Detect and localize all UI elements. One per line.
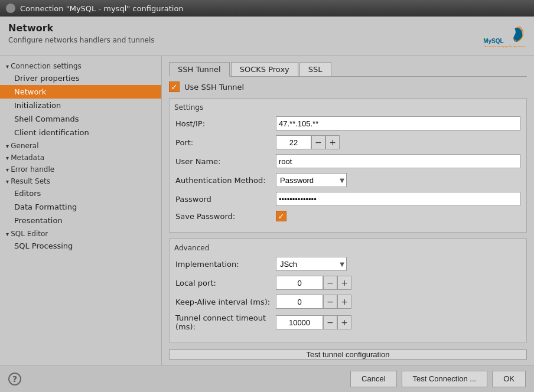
sidebar-section-error-handle[interactable]: Error handle <box>0 163 161 175</box>
implementation-row: Implementation: JSch Native ▼ <box>175 257 520 271</box>
sidebar-section-metadata[interactable]: Metadata <box>0 151 161 163</box>
sidebar: Connection settings Driver properties Ne… <box>0 56 162 365</box>
settings-group: Settings Host/IP: Port: − + <box>169 98 527 233</box>
bottom-bar: ? Cancel Test Connection ... OK <box>0 365 534 392</box>
right-panel: SSH Tunnel SOCKS Proxy SSL Use SSH Tunne… <box>162 56 534 365</box>
ok-button[interactable]: OK <box>492 371 526 387</box>
port-label: Port: <box>175 138 276 147</box>
sidebar-item-presentation[interactable]: Presentation <box>0 214 161 227</box>
username-label: User Name: <box>175 157 276 166</box>
tab-ssl[interactable]: SSL <box>299 62 331 76</box>
keepalive-stepper: − + <box>276 295 351 309</box>
header-subtitle: Configure networks handlers and tunnels <box>8 36 478 44</box>
auth-method-select[interactable]: Password Public Key Agent <box>276 173 347 187</box>
port-row: Port: − + <box>175 135 520 149</box>
local-port-increment-button[interactable]: + <box>337 276 351 290</box>
sidebar-item-client-identification[interactable]: Client identification <box>0 126 161 139</box>
password-input[interactable] <box>276 192 520 206</box>
local-port-input[interactable] <box>276 276 323 290</box>
header-title: Network <box>8 22 478 34</box>
help-icon[interactable]: ? <box>8 373 21 386</box>
main-content: Connection settings Driver properties Ne… <box>0 56 534 365</box>
auth-method-select-wrap: Password Public Key Agent ▼ <box>276 173 347 187</box>
password-row: Password <box>175 192 520 206</box>
implementation-select[interactable]: JSch Native <box>276 257 347 271</box>
tunnel-timeout-input[interactable] <box>276 315 323 329</box>
port-decrement-button[interactable]: − <box>311 135 325 149</box>
mysql-logo-svg: MySQL The world's most popular open sour… <box>481 24 526 51</box>
cancel-button[interactable]: Cancel <box>350 371 396 387</box>
keepalive-row: Keep-Alive interval (ms): − + <box>175 295 520 309</box>
local-port-stepper: − + <box>276 276 351 290</box>
ssh-tunnel-label: Use SSH Tunnel <box>184 83 244 92</box>
tab-bar: SSH Tunnel SOCKS Proxy SSL <box>169 62 527 77</box>
title-bar: Connection "MySQL - mysql" configuration <box>0 0 534 17</box>
sidebar-item-initialization[interactable]: Initialization <box>0 99 161 112</box>
sidebar-item-shell-commands[interactable]: Shell Commands <box>0 112 161 126</box>
tunnel-timeout-label: Tunnel connect timeout (ms): <box>175 313 276 331</box>
password-label: Password <box>175 195 276 204</box>
local-port-decrement-button[interactable]: − <box>323 276 337 290</box>
settings-legend: Settings <box>174 103 520 112</box>
save-password-row: Save Password: <box>175 211 520 221</box>
username-row: User Name: <box>175 154 520 168</box>
bottom-buttons: Cancel Test Connection ... OK <box>350 371 526 387</box>
tunnel-timeout-decrement-button[interactable]: − <box>323 315 337 329</box>
auth-method-label: Authentication Method: <box>175 176 276 185</box>
tunnel-timeout-row: Tunnel connect timeout (ms): − + <box>175 313 520 331</box>
tunnel-timeout-stepper: − + <box>276 315 351 329</box>
tab-socks-proxy[interactable]: SOCKS Proxy <box>231 62 298 76</box>
header-area: Network Configure networks handlers and … <box>0 17 534 56</box>
sidebar-section-sql-editor[interactable]: SQL Editor <box>0 227 161 239</box>
advanced-legend: Advanced <box>174 244 520 252</box>
keepalive-input[interactable] <box>276 295 323 309</box>
tab-ssh-tunnel[interactable]: SSH Tunnel <box>169 62 230 77</box>
svg-text:MySQL: MySQL <box>483 37 503 44</box>
keepalive-label: Keep-Alive interval (ms): <box>175 298 276 306</box>
window-title: Connection "MySQL - mysql" configuration <box>20 4 184 13</box>
username-input[interactable] <box>276 154 520 168</box>
sidebar-item-data-formatting[interactable]: Data Formatting <box>0 200 161 214</box>
implementation-label: Implementation: <box>175 260 276 269</box>
test-tunnel-button[interactable]: Test tunnel configuration <box>169 349 527 360</box>
svg-text:The world's most popular open : The world's most popular open source dat… <box>483 45 526 48</box>
local-port-label: Local port: <box>175 279 276 288</box>
save-password-checkbox[interactable] <box>276 211 286 221</box>
auth-method-row: Authentication Method: Password Public K… <box>175 173 520 187</box>
host-ip-label: Host/IP: <box>175 119 276 128</box>
port-increment-button[interactable]: + <box>325 135 340 149</box>
implementation-select-wrap: JSch Native ▼ <box>276 257 347 271</box>
ssh-tunnel-row: Use SSH Tunnel <box>169 81 527 92</box>
mysql-logo: MySQL The world's most popular open sour… <box>478 22 526 52</box>
sidebar-item-editors[interactable]: Editors <box>0 187 161 200</box>
port-input[interactable] <box>276 135 311 149</box>
sidebar-section-general[interactable]: General <box>0 139 161 151</box>
keepalive-decrement-button[interactable]: − <box>323 295 337 309</box>
sidebar-section-connection-settings[interactable]: Connection settings <box>0 60 161 71</box>
tunnel-timeout-increment-button[interactable]: + <box>337 315 351 329</box>
save-password-label: Save Password: <box>175 212 276 221</box>
advanced-group: Advanced Implementation: JSch Native ▼ L… <box>169 239 527 342</box>
sidebar-section-result-sets[interactable]: Result Sets <box>0 175 161 187</box>
host-ip-input[interactable] <box>276 116 520 130</box>
sidebar-item-network[interactable]: Network <box>0 85 161 99</box>
local-port-row: Local port: − + <box>175 276 520 290</box>
window-body: Network Configure networks handlers and … <box>0 17 534 392</box>
ssh-tunnel-checkbox[interactable] <box>169 81 180 92</box>
test-connection-button[interactable]: Test Connection ... <box>402 371 488 387</box>
port-stepper: − + <box>276 135 340 149</box>
sidebar-item-sql-processing[interactable]: SQL Processing <box>0 239 161 253</box>
window-icon <box>6 4 15 13</box>
keepalive-increment-button[interactable]: + <box>337 295 351 309</box>
host-ip-row: Host/IP: <box>175 116 520 130</box>
sidebar-item-driver-properties[interactable]: Driver properties <box>0 71 161 85</box>
header-text: Network Configure networks handlers and … <box>8 22 478 44</box>
